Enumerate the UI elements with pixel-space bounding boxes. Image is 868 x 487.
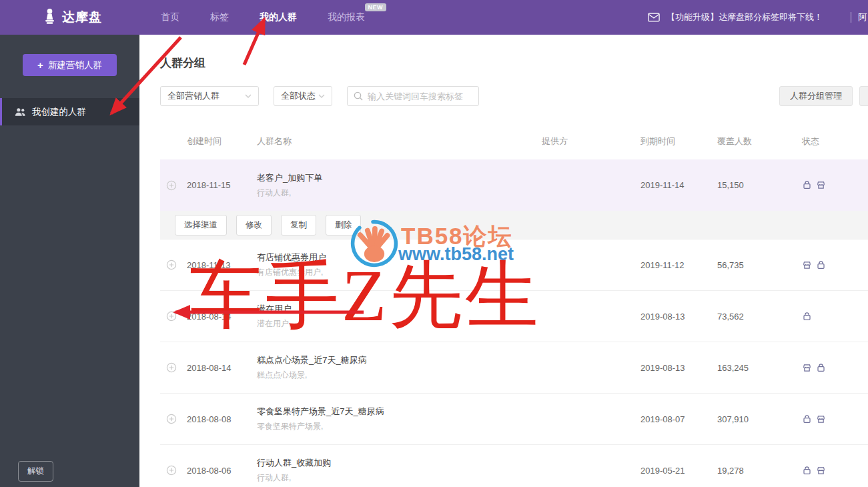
row-created-date: 2018-11-13	[187, 260, 257, 270]
table-body: 2018-11-15老客户_加购下单行动人群,2019-11-1415,150选…	[160, 159, 868, 487]
expand-row-icon[interactable]	[166, 180, 177, 191]
expand-row-icon[interactable]	[166, 362, 177, 373]
app-logo[interactable]: 达摩盘	[43, 8, 102, 27]
search-input[interactable]	[368, 91, 472, 101]
row-coverage-count: 56,735	[717, 260, 802, 270]
bag-icon	[802, 414, 812, 424]
row-expire-date: 2019-08-13	[640, 363, 717, 373]
envelope-icon[interactable]	[648, 13, 660, 22]
status-select[interactable]: 全部状态	[274, 86, 332, 106]
store-icon	[802, 260, 812, 270]
clipped-edge-button[interactable]	[859, 86, 868, 106]
column-header-created: 创建时间	[187, 135, 257, 147]
store-icon	[816, 466, 826, 476]
audience-subtitle: 糕点点心场景,	[257, 370, 542, 381]
table-row[interactable]: 2018-08-06行动人群_收藏加购行动人群,2019-05-2119,278	[160, 444, 868, 487]
audience-name[interactable]: 潜在用户	[257, 303, 542, 315]
audience-subtitle: 行动人群,	[257, 187, 542, 199]
row-status-icons	[802, 363, 868, 373]
row-coverage-count: 15,150	[717, 180, 802, 190]
row-expire-date: 2019-11-12	[640, 260, 717, 270]
audience-name[interactable]: 零食坚果特产场景_近7天_糖尿病	[257, 406, 542, 418]
delete-button[interactable]: 删除	[326, 215, 361, 235]
audience-subtitle: 有店铺优惠券用户,	[257, 267, 542, 278]
nav-item-home[interactable]: 首页	[161, 11, 179, 23]
row-status-icons	[802, 414, 868, 424]
chevron-down-icon	[245, 94, 252, 98]
sidebar-item-my-created-audiences[interactable]: 我创建的人群	[0, 98, 139, 125]
row-coverage-count: 307,910	[717, 414, 802, 424]
store-icon	[802, 363, 812, 373]
create-audience-button[interactable]: + 新建营销人群	[23, 54, 117, 76]
sidebar-item-label: 我创建的人群	[32, 106, 86, 118]
row-expire-date: 2019-05-21	[640, 466, 717, 476]
system-notice[interactable]: 【功能升级】达摩盘部分标签即将下线！	[667, 11, 823, 23]
copy-button[interactable]: 复制	[281, 215, 316, 235]
row-status-icons	[802, 312, 868, 322]
chevron-down-icon	[318, 94, 325, 98]
audience-table: 创建时间 人群名称 提供方 到期时间 覆盖人数 状态 2018-11-15老客户…	[160, 123, 868, 487]
topbar-divider	[851, 12, 851, 23]
table-header-row: 创建时间 人群名称 提供方 到期时间 覆盖人数 状态	[160, 123, 868, 159]
filter-bar: 全部营销人群 全部状态	[160, 86, 479, 106]
expand-row-icon[interactable]	[166, 465, 177, 476]
row-created-date: 2018-11-15	[187, 180, 257, 190]
audience-type-select[interactable]: 全部营销人群	[160, 86, 259, 106]
sidebar: + 新建营销人群 我创建的人群 解锁	[0, 35, 139, 487]
top-navigation-bar: 达摩盘 首页 标签 我的人群 我的报表 NEW 【功能升级】达摩盘部分标签即将下…	[0, 0, 868, 35]
audience-name[interactable]: 行动人群_收藏加购	[257, 457, 542, 469]
search-icon	[354, 91, 363, 101]
column-header-expires: 到期时间	[640, 135, 717, 147]
audience-subtitle: 行动人群,	[257, 472, 542, 484]
row-created-date: 2018-08-14	[187, 363, 257, 373]
bag-icon	[802, 312, 812, 322]
expand-row-icon[interactable]	[166, 260, 177, 270]
row-coverage-count: 73,562	[717, 312, 802, 322]
table-row[interactable]: 2018-08-14糕点点心场景_近7天_糖尿病糕点点心场景,2019-08-1…	[160, 342, 868, 393]
bag-icon	[816, 363, 826, 373]
new-badge: NEW	[365, 3, 387, 11]
bag-icon	[802, 180, 812, 190]
table-row[interactable]: 2018-11-13有店铺优惠券用户有店铺优惠券用户,2019-11-1256,…	[160, 239, 868, 290]
group-manage-button[interactable]: 人群分组管理	[779, 86, 853, 106]
page-title: 人群分组	[160, 55, 205, 71]
pawn-logo-icon	[43, 8, 57, 27]
modify-button[interactable]: 修改	[236, 215, 272, 235]
main-content: 人群分组 全部营销人群 全部状态 人群分组管理 创建时间 人群名称 提供方 到期…	[139, 35, 868, 487]
row-created-date: 2018-08-06	[187, 466, 257, 476]
audience-name[interactable]: 有店铺优惠券用户	[257, 252, 542, 264]
row-coverage-count: 163,245	[717, 363, 802, 373]
row-status-icons	[802, 180, 868, 190]
row-action-bar: 选择渠道修改复制删除	[160, 211, 868, 239]
user-name-partial[interactable]: 阿	[858, 11, 867, 23]
people-icon	[15, 107, 26, 117]
audience-name[interactable]: 老客户_加购下单	[257, 172, 542, 184]
table-row[interactable]: 2018-08-14潜在用户潜在用户,2019-08-1373,562	[160, 290, 868, 342]
bag-icon	[802, 466, 812, 476]
keyword-search-box	[347, 86, 479, 106]
row-coverage-count: 19,278	[717, 466, 802, 476]
table-row[interactable]: 2018-08-08零食坚果特产场景_近7天_糖尿病零食坚果特产场景,2019-…	[160, 393, 868, 444]
row-status-icons	[802, 260, 868, 270]
store-icon	[816, 180, 826, 190]
table-row[interactable]: 2018-11-15老客户_加购下单行动人群,2019-11-1415,150	[160, 159, 868, 211]
audience-subtitle: 潜在用户,	[257, 318, 542, 330]
nav-item-tags[interactable]: 标签	[210, 11, 229, 23]
brand-name: 达摩盘	[62, 9, 102, 26]
select-channel-button[interactable]: 选择渠道	[175, 215, 227, 235]
row-expire-date: 2019-11-14	[640, 180, 717, 190]
audience-name[interactable]: 糕点点心场景_近7天_糖尿病	[257, 354, 542, 366]
audience-subtitle: 零食坚果特产场景,	[257, 421, 542, 432]
nav-item-my-audiences[interactable]: 我的人群	[260, 11, 297, 23]
store-icon	[816, 414, 826, 424]
audience-type-value: 全部营销人群	[167, 90, 220, 102]
plus-icon: +	[37, 59, 43, 71]
status-select-value: 全部状态	[281, 90, 316, 102]
expand-row-icon[interactable]	[166, 414, 177, 424]
column-header-coverage: 覆盖人数	[717, 135, 802, 147]
main-nav: 首页 标签 我的人群 我的报表 NEW	[161, 11, 365, 23]
unlock-button[interactable]: 解锁	[18, 461, 53, 482]
topbar-right: 【功能升级】达摩盘部分标签即将下线！ 阿	[648, 0, 868, 35]
expand-row-icon[interactable]	[166, 311, 177, 322]
nav-item-my-reports[interactable]: 我的报表 NEW	[328, 11, 365, 23]
